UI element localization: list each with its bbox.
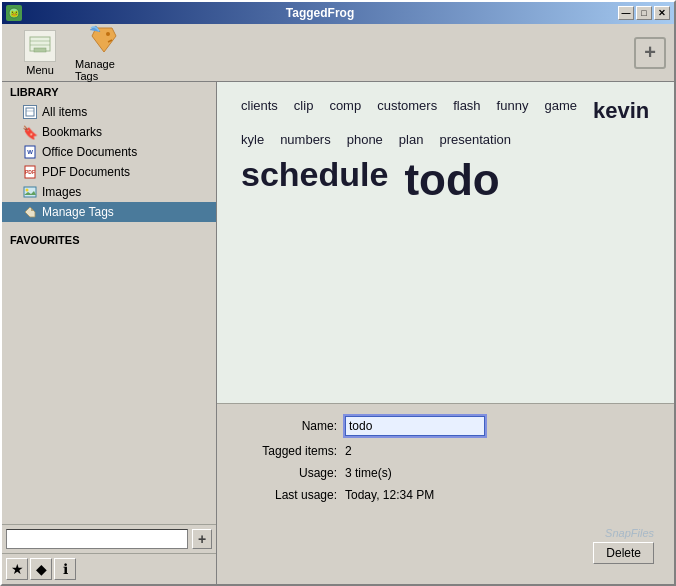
last-usage-label: Last usage: [237,488,337,502]
tag-word[interactable]: todo [396,151,507,209]
main-content: LIBRARY All items 🔖 Bookmarks [2,82,674,584]
name-input[interactable] [345,416,485,436]
sidebar-item-label: Images [42,185,208,199]
info-button[interactable]: ℹ [54,558,76,580]
watermark: SnapFiles [605,527,654,539]
tag-word[interactable]: flash [445,94,488,128]
svg-point-6 [106,32,110,36]
delete-button[interactable]: Delete [593,542,654,564]
tag-button[interactable]: ◆ [30,558,52,580]
sidebar-item-images[interactable]: Images [2,182,216,202]
name-row: Name: [237,416,654,436]
tag-word[interactable]: customers [369,94,445,128]
name-label: Name: [237,419,337,433]
tagged-items-label: Tagged items: [237,444,337,458]
menu-label: Menu [26,64,54,76]
tag-word[interactable]: presentation [431,128,519,151]
sidebar-item-label: All items [42,105,208,119]
sidebar: LIBRARY All items 🔖 Bookmarks [2,82,217,584]
main-window: 🐸 TaggedFrog — □ ✕ Menu [0,0,676,586]
window-title: TaggedFrog [22,6,618,20]
manage-tags-icon [88,24,120,56]
tag-word[interactable]: plan [391,128,432,151]
star-button[interactable]: ★ [6,558,28,580]
svg-text:PDF: PDF [25,169,35,175]
pdf-docs-icon: PDF [22,164,38,180]
window-controls: — □ ✕ [618,6,670,20]
office-docs-icon: W [22,144,38,160]
tag-word[interactable]: kevin [585,94,657,128]
sidebar-add-button[interactable]: + [192,529,212,549]
svg-rect-7 [26,108,34,116]
sidebar-item-label: Bookmarks [42,125,208,139]
details-panel: Name: Tagged items: 2 Usage: 3 time(s) L… [217,404,674,584]
svg-text:W: W [27,149,33,155]
maximize-button[interactable]: □ [636,6,652,20]
sidebar-search-area: + [2,524,216,553]
manage-tags-button[interactable]: Manage Tags [74,28,134,78]
tag-word[interactable]: numbers [272,128,339,151]
tag-word[interactable]: schedule [233,151,396,209]
sidebar-item-label: Office Documents [42,145,208,159]
svg-rect-5 [34,48,46,52]
usage-row: Usage: 3 time(s) [237,466,654,480]
right-panel: clientsclipcompcustomersflashfunnygameke… [217,82,674,584]
manage-tags-sidebar-icon [22,204,38,220]
tag-word[interactable]: comp [321,94,369,128]
svg-point-14 [26,189,29,192]
last-usage-value: Today, 12:34 PM [345,488,434,502]
images-icon [22,184,38,200]
all-items-icon [22,104,38,120]
sidebar-item-label: PDF Documents [42,165,208,179]
close-button[interactable]: ✕ [654,6,670,20]
last-usage-row: Last usage: Today, 12:34 PM [237,488,654,502]
app-icon: 🐸 [6,5,22,21]
sidebar-item-bookmarks[interactable]: 🔖 Bookmarks [2,122,216,142]
titlebar: 🐸 TaggedFrog — □ ✕ [2,2,674,24]
tag-word[interactable]: game [536,94,585,128]
tags-cloud: clientsclipcompcustomersflashfunnygameke… [217,82,674,404]
library-section-title: LIBRARY [2,82,216,102]
menu-button[interactable]: Menu [10,28,70,78]
tag-word[interactable]: funny [489,94,537,128]
usage-value: 3 time(s) [345,466,392,480]
tag-word[interactable]: phone [339,128,391,151]
favourites-section-title: FAVOURITES [2,230,216,250]
usage-label: Usage: [237,466,337,480]
tag-word[interactable]: kyle [233,128,272,151]
toolbar: Menu Manage Tags + [2,24,674,82]
sidebar-icon-bar: ★ ◆ ℹ [2,553,216,584]
tagged-items-value: 2 [345,444,352,458]
menu-icon [24,30,56,62]
svg-point-15 [31,209,33,211]
tag-word[interactable]: clients [233,94,286,128]
manage-tags-label: Manage Tags [75,58,133,82]
minimize-button[interactable]: — [618,6,634,20]
bookmarks-icon: 🔖 [22,124,38,140]
tag-word[interactable]: clip [286,94,322,128]
sidebar-item-label: Manage Tags [42,205,208,219]
tagged-items-row: Tagged items: 2 [237,444,654,458]
add-button[interactable]: + [634,37,666,69]
sidebar-item-office-documents[interactable]: W Office Documents [2,142,216,162]
sidebar-item-all-items[interactable]: All items [2,102,216,122]
sidebar-item-pdf-documents[interactable]: PDF PDF Documents [2,162,216,182]
svg-text:🐸: 🐸 [10,9,19,18]
sidebar-item-manage-tags[interactable]: Manage Tags [2,202,216,222]
sidebar-search-input[interactable] [6,529,188,549]
